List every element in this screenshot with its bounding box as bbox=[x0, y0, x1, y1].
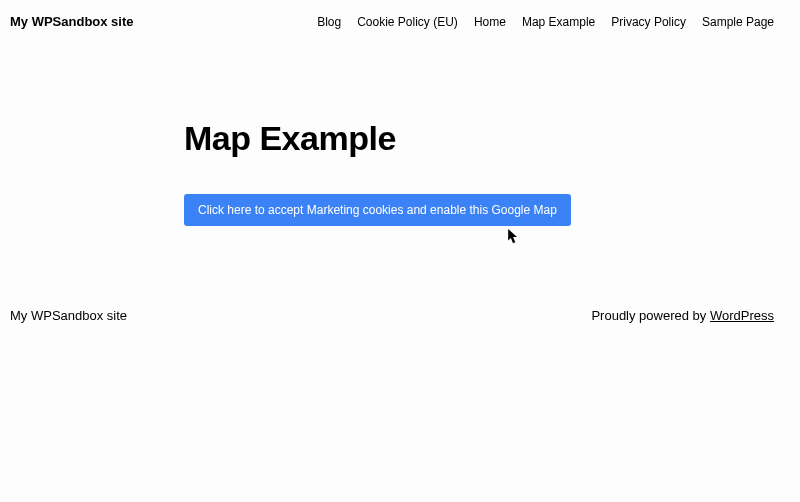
footer-credit: Proudly powered by WordPress bbox=[591, 308, 774, 323]
nav-item-sample-page[interactable]: Sample Page bbox=[702, 15, 774, 29]
nav-item-map-example[interactable]: Map Example bbox=[522, 15, 595, 29]
nav-item-blog[interactable]: Blog bbox=[317, 15, 341, 29]
accept-marketing-cookies-button[interactable]: Click here to accept Marketing cookies a… bbox=[184, 194, 571, 226]
footer-credit-prefix: Proudly powered by bbox=[591, 308, 710, 323]
site-header: My WPSandbox site Blog Cookie Policy (EU… bbox=[0, 0, 800, 39]
nav-item-privacy-policy[interactable]: Privacy Policy bbox=[611, 15, 686, 29]
nav-item-home[interactable]: Home bbox=[474, 15, 506, 29]
nav-item-cookie-policy[interactable]: Cookie Policy (EU) bbox=[357, 15, 458, 29]
mouse-cursor-icon bbox=[508, 229, 519, 245]
page-title: Map Example bbox=[184, 119, 800, 158]
site-footer: My WPSandbox site Proudly powered by Wor… bbox=[0, 308, 800, 323]
main-content: Map Example Click here to accept Marketi… bbox=[0, 39, 800, 226]
footer-site-title[interactable]: My WPSandbox site bbox=[10, 308, 127, 323]
site-title[interactable]: My WPSandbox site bbox=[10, 14, 134, 29]
primary-nav: Blog Cookie Policy (EU) Home Map Example… bbox=[317, 15, 774, 29]
footer-wordpress-link[interactable]: WordPress bbox=[710, 308, 774, 323]
